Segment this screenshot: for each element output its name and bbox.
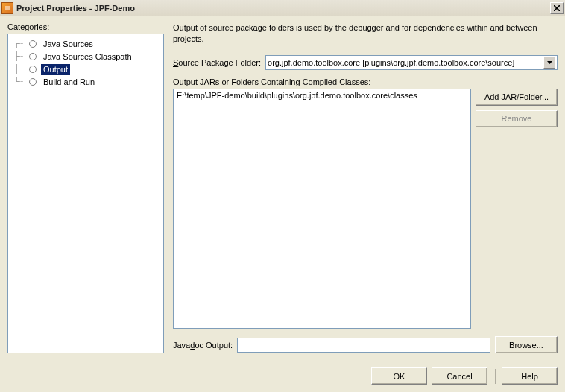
- cancel-button[interactable]: Cancel: [432, 367, 487, 385]
- tree-connector-icon: └┈: [14, 77, 29, 86]
- bullet-icon: [29, 40, 37, 48]
- description-text: Output of source package folders is used…: [173, 22, 558, 45]
- tree-connector-icon: ├┈: [14, 64, 29, 74]
- help-button[interactable]: Help: [502, 367, 558, 385]
- tree-item[interactable]: ├┈Output: [10, 63, 162, 75]
- tree-item[interactable]: ┌┈Java Sources: [10, 37, 162, 50]
- javadoc-label: Javadoc Output:: [173, 341, 233, 350]
- tree-item-label: Build and Run: [41, 77, 97, 87]
- source-package-combo[interactable]: org.jpf.demo.toolbox.core [plugins\org.j…: [265, 55, 558, 70]
- tree-connector-icon: ├┈: [14, 51, 29, 61]
- tree-item[interactable]: └┈Build and Run: [10, 75, 162, 88]
- close-button[interactable]: [550, 2, 564, 14]
- list-item[interactable]: E:\temp\JPF-demo\build\plugins\org.jpf.d…: [177, 91, 467, 101]
- browse-button[interactable]: Browse...: [495, 336, 558, 353]
- separator: [495, 369, 496, 384]
- bullet-icon: [29, 53, 37, 60]
- source-package-label: Source Package Folder:: [173, 58, 261, 67]
- bullet-icon: [29, 66, 37, 73]
- output-list-label: Output JARs or Folders Containing Compil…: [173, 78, 558, 86]
- dialog-footer: OK Cancel Help: [7, 361, 558, 385]
- titlebar: Project Properties - JPF-Demo: [0, 0, 565, 16]
- window-title: Project Properties - JPF-Demo: [16, 4, 550, 13]
- output-listbox[interactable]: E:\temp\JPF-demo\build\plugins\org.jpf.d…: [173, 89, 471, 329]
- categories-label: Categories:: [7, 22, 164, 31]
- source-package-value: org.jpf.demo.toolbox.core [plugins\org.j…: [268, 58, 543, 67]
- javadoc-output-input[interactable]: [237, 338, 490, 353]
- add-jar-folder-button[interactable]: Add JAR/Folder...: [476, 89, 558, 106]
- tree-item-label: Output: [41, 64, 70, 75]
- bullet-icon: [29, 78, 37, 86]
- tree-item-label: Java Sources Classpath: [41, 51, 134, 62]
- categories-tree[interactable]: ┌┈Java Sources├┈Java Sources Classpath├┈…: [7, 34, 164, 353]
- remove-button: Remove: [476, 110, 558, 127]
- tree-connector-icon: ┌┈: [14, 39, 29, 48]
- app-icon: [1, 2, 13, 14]
- ok-button[interactable]: OK: [371, 367, 427, 385]
- tree-item[interactable]: ├┈Java Sources Classpath: [10, 50, 162, 63]
- tree-item-label: Java Sources: [41, 39, 95, 49]
- dropdown-arrow-icon[interactable]: [543, 57, 555, 69]
